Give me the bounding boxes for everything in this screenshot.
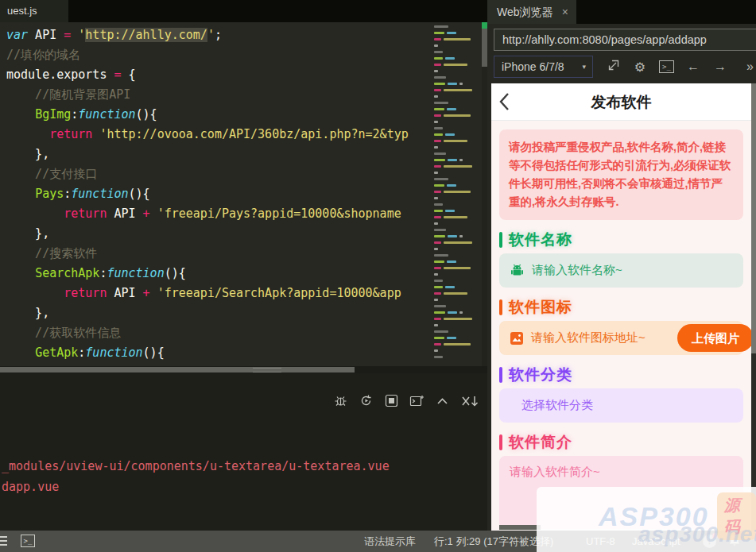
code-lines: var API = 'http://ahlly.com/';//填你的域名mod… [6, 25, 436, 363]
console-icon[interactable]: >_ [659, 60, 674, 73]
debug-stop-icon[interactable] [384, 393, 399, 408]
app-icon-input[interactable]: 请输入软件图标地址~ 上传图片 [499, 321, 743, 355]
picker-placeholder: 选择软件分类 [521, 398, 593, 413]
close-panel-icon[interactable] [460, 393, 481, 408]
warning-notice: 请勿投稿严重侵权产品,软件名称,简介,链接等不得包括任何形式的引流行为,必须保证… [499, 129, 743, 220]
code-editor[interactable]: var API = 'http://ahlly.com/';//填你的域名mod… [0, 22, 487, 366]
watermark-domain: asp300.net [638, 522, 756, 547]
tab-web-browser[interactable]: Web浏览器 × [487, 0, 576, 24]
tab-label: Web浏览器 [497, 6, 553, 18]
category-picker[interactable]: 选择软件分类 [499, 388, 743, 423]
heading-bar [499, 299, 502, 315]
syntax-hint-status[interactable]: 语法提示库 [364, 531, 416, 552]
mobile-preview: 发布软件 请勿投稿严重侵权产品,软件名称,简介,链接等不得包括任何形式的引流行为… [491, 83, 751, 531]
editor-horizontal-scroll-thumb[interactable] [0, 367, 355, 373]
android-icon [510, 263, 525, 278]
browser-pane: Web浏览器 × http://ahlly.com:8080/pages/app… [487, 0, 756, 531]
editor-tabstrip: uest.js [0, 0, 487, 22]
section-heading: 软件简介 [509, 432, 572, 453]
section-heading: 软件分类 [509, 365, 572, 385]
editor-pane: uest.js var API = 'http://ahlly.com/';//… [0, 0, 487, 531]
heading-bar [499, 367, 502, 383]
device-select[interactable]: iPhone 6/7/8 ▾ [494, 56, 593, 78]
chevron-down-icon: ▾ [582, 56, 586, 77]
page-title: 发布软件 [491, 83, 751, 121]
forward-icon[interactable]: → [712, 60, 728, 74]
console-output-line[interactable]: _modules/uview-ui/components/u-textarea/… [2, 459, 390, 473]
console-panel: _modules/uview-ui/components/u-textarea/… [0, 373, 487, 531]
preview-horizontal-scroll-thumb[interactable] [499, 525, 541, 530]
console-output-line[interactable]: dapp.vue [2, 480, 59, 494]
more-icon[interactable]: » [746, 56, 754, 78]
scrollbar-marker [482, 22, 487, 29]
debug-console-icon[interactable] [409, 393, 425, 408]
app-window: uest.js var API = 'http://ahlly.com/';//… [0, 0, 756, 552]
browser-toolbar: ⚙ >_ ← → [605, 56, 728, 78]
preview-scroll-thumb[interactable] [751, 83, 756, 353]
preview-scrollbar[interactable] [751, 83, 756, 531]
section-heading: 软件图标 [509, 297, 572, 318]
tab-label: uest.js [7, 5, 37, 17]
input-placeholder: 请输入软件图标地址~ [531, 330, 646, 345]
editor-vertical-scrollbar[interactable] [482, 22, 487, 366]
image-icon [510, 331, 524, 345]
section-app-category: 软件分类 选择软件分类 [499, 365, 743, 423]
back-chevron-icon[interactable] [499, 93, 510, 114]
gear-icon[interactable]: ⚙ [632, 60, 648, 75]
preview-header: 发布软件 [491, 83, 751, 121]
upload-image-button[interactable]: 上传图片 [677, 324, 751, 352]
close-icon[interactable]: × [562, 0, 568, 24]
heading-bar [499, 232, 502, 248]
textarea-placeholder: 请输入软件简介~ [510, 465, 600, 480]
section-app-icon: 软件图标 请输入软件图标地址~ 上传图片 [499, 297, 743, 355]
menu-icon[interactable] [0, 536, 7, 546]
cursor-position-status[interactable]: 行:1 列:29 (17字符被选择) [434, 531, 553, 552]
collapse-up-icon[interactable] [435, 393, 450, 408]
section-app-name: 软件名称 请输入软件名称~ [499, 230, 743, 288]
heading-bar [499, 434, 502, 450]
terminal-icon[interactable]: >_ [21, 535, 35, 547]
editor-vertical-scroll-thumb[interactable] [482, 29, 487, 67]
editor-horizontal-scrollbar[interactable] [0, 366, 487, 373]
input-placeholder: 请输入软件名称~ [532, 263, 622, 278]
debug-toolbar [333, 393, 481, 408]
panel-splitter-grip[interactable] [253, 368, 281, 373]
debug-bug-icon[interactable] [333, 393, 348, 408]
preview-body: 请勿投稿严重侵权产品,软件名称,简介,链接等不得包括任何形式的引流行为,必须保证… [491, 129, 751, 531]
watermark-overlay: ASP300 源码 asp300.net [537, 487, 756, 552]
url-input[interactable]: http://ahlly.com:8080/pages/app/addapp [494, 29, 756, 51]
back-icon[interactable]: ← [685, 60, 701, 74]
resize-window-icon[interactable] [605, 59, 621, 75]
minimap[interactable] [434, 24, 480, 364]
app-name-input[interactable]: 请输入软件名称~ [499, 253, 743, 288]
browser-tabstrip: Web浏览器 × [487, 0, 756, 24]
tab-request-js[interactable]: uest.js [0, 0, 68, 22]
section-heading: 软件名称 [509, 230, 572, 250]
debug-restart-icon[interactable] [359, 393, 374, 408]
